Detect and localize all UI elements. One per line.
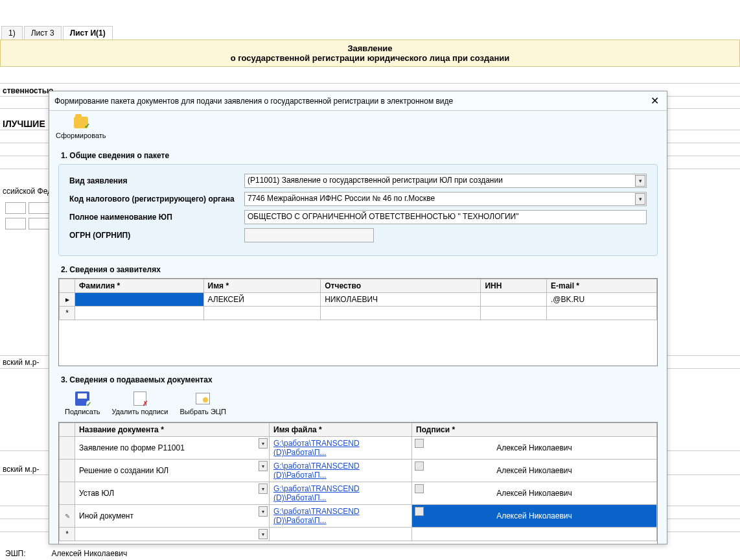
tab-list-i1[interactable]: Лист И(1) xyxy=(63,26,113,40)
row-indicator xyxy=(60,482,75,505)
filename-cell[interactable]: G:\работа\TRANSCEND (D)\Работа\П... xyxy=(270,437,412,460)
sign-indicator-icon xyxy=(415,507,424,516)
kod-select[interactable]: 7746 Межрайонная ИФНС России № 46 по г.М… xyxy=(244,192,647,206)
docname-cell[interactable]: Решение о создании ЮЛ▾ xyxy=(75,460,270,482)
section1-box: Вид заявления (Р11001) Заявление о госуд… xyxy=(58,164,658,256)
col-fam: Фамилия * xyxy=(75,279,204,293)
footer-label: ЭШП: xyxy=(5,549,26,558)
document-row[interactable]: Устав ЮЛ▾G:\работа\TRANSCEND (D)\Работа\… xyxy=(60,482,657,505)
row-indicator xyxy=(60,460,75,482)
chevron-down-icon[interactable]: ▾ xyxy=(635,175,645,187)
sign-indicator-icon xyxy=(415,439,424,448)
kod-label: Код налогового (регистрирующего) органа xyxy=(69,194,244,204)
bg-text-fragment-1: ственностью xyxy=(0,85,56,97)
footer-value: Алексей Николаевич xyxy=(52,549,128,558)
filename-cell[interactable]: G:\работа\TRANSCEND (D)\Работа\П... xyxy=(270,505,412,528)
col-inn: ИНН xyxy=(481,279,547,293)
section3-toolbar: Подписать Удалить подписи Выбрать ЭЦП xyxy=(58,388,658,419)
ogrn-label: ОГРН (ОГРНИП) xyxy=(69,231,244,240)
signature-cell[interactable]: Алексей Николаевич xyxy=(412,460,657,482)
filename-cell[interactable]: G:\работа\TRANSCEND (D)\Работа\П... xyxy=(270,460,412,482)
chevron-down-icon[interactable]: ▾ xyxy=(635,193,645,205)
docname-cell[interactable]: Заявление по форме Р11001▾ xyxy=(75,437,270,460)
col-docname: Название документа * xyxy=(75,423,270,437)
form-button-label: Сформировать xyxy=(56,132,106,139)
row-indicator: ✎ xyxy=(60,505,75,528)
row-indicator: ▸ xyxy=(60,293,75,307)
sign-label: Подписать xyxy=(65,408,100,415)
choose-cert-button[interactable]: Выбрать ЭЦП xyxy=(180,391,226,415)
file-link: G:\работа\TRANSCEND (D)\Работа\П... xyxy=(273,439,360,457)
document-row[interactable]: Решение о создании ЮЛ▾G:\работа\TRANSCEN… xyxy=(60,460,657,482)
section3-title: 3. Сведения о подаваемых документах xyxy=(61,375,658,384)
applicants-table[interactable]: Фамилия * Имя * Отчество ИНН E-mail * ▸ … xyxy=(59,279,657,320)
docname-cell[interactable]: Устав ЮЛ▾ xyxy=(75,482,270,505)
sign-indicator-icon xyxy=(415,461,424,471)
row-selector-header xyxy=(60,279,75,293)
certificate-icon xyxy=(196,393,210,404)
signature-cell[interactable]: Алексей Николаевич xyxy=(412,482,657,505)
row-indicator xyxy=(60,437,75,460)
chevron-down-icon[interactable]: ▾ xyxy=(259,461,268,471)
otch-cell[interactable]: НИКОЛАЕВИЧ xyxy=(321,293,481,307)
inn-cell[interactable] xyxy=(481,293,547,307)
chevron-down-icon[interactable]: ▾ xyxy=(259,438,268,449)
close-icon[interactable]: ✕ xyxy=(648,95,662,107)
signature-cell[interactable]: Алексей Николаевич xyxy=(412,505,657,528)
bg-cell-2[interactable] xyxy=(29,202,49,214)
bg-text-fragment-5: вский м.р- xyxy=(0,463,41,475)
header-line1: Заявление xyxy=(1,43,739,53)
bg-cell-1[interactable] xyxy=(5,202,26,214)
file-link: G:\работа\TRANSCEND (D)\Работа\П... xyxy=(273,461,360,480)
page-delete-icon xyxy=(133,391,146,406)
email-cell[interactable]: .@BK.RU xyxy=(547,293,657,307)
file-link: G:\работа\TRANSCEND (D)\Работа\П... xyxy=(273,507,360,525)
col-otch: Отчество xyxy=(321,279,481,293)
chevron-down-icon[interactable]: ▾ xyxy=(259,529,268,539)
signature-cell[interactable]: Алексей Николаевич xyxy=(412,437,657,460)
section2-title: 2. Сведения о заявителях xyxy=(61,265,658,274)
document-row[interactable]: ✎Иной документ▾G:\работа\TRANSCEND (D)\Р… xyxy=(60,505,657,528)
section1-title: 1. Общие сведения о пакете xyxy=(61,151,658,160)
delete-label: Удалить подписи xyxy=(111,408,168,415)
imya-cell[interactable]: АЛЕКСЕЙ xyxy=(203,293,321,307)
filename-cell[interactable]: G:\работа\TRANSCEND (D)\Работа\П... xyxy=(270,482,412,505)
sign-button[interactable]: Подписать xyxy=(65,391,100,415)
dialog-toolbar: Сформировать xyxy=(49,111,667,143)
col-email: E-mail * xyxy=(547,279,657,293)
documents-table[interactable]: Название документа * Имя файла * Подписи… xyxy=(59,423,657,541)
applicants-table-wrap: Фамилия * Имя * Отчество ИНН E-mail * ▸ … xyxy=(58,278,658,366)
applicant-row[interactable]: ▸ АЛЕКСЕЙ НИКОЛАЕВИЧ .@BK.RU xyxy=(60,293,657,307)
chevron-down-icon[interactable]: ▾ xyxy=(259,484,268,494)
bg-text-fragment-4: вский м.р- xyxy=(0,356,41,368)
vid-label: Вид заявления xyxy=(69,176,244,185)
chevron-down-icon[interactable]: ▾ xyxy=(259,506,268,517)
tab-1[interactable]: 1) xyxy=(1,26,23,40)
col-filename: Имя файла * xyxy=(270,423,412,437)
sign-indicator-icon xyxy=(415,484,424,493)
tab-list3[interactable]: Лист 3 xyxy=(24,26,62,40)
header-line2: о государственной регистрации юридическо… xyxy=(1,53,739,63)
vid-select[interactable]: (Р11001) Заявление о государственной рег… xyxy=(244,174,647,188)
fam-cell[interactable] xyxy=(75,293,204,307)
col-signatures: Подписи * xyxy=(412,423,657,437)
delete-sign-button[interactable]: Удалить подписи xyxy=(111,391,168,415)
bg-cell-3[interactable] xyxy=(5,218,26,229)
bg-cell-4[interactable] xyxy=(29,218,49,229)
bg-text-fragment-2: ІЛУЧШИЕ xyxy=(0,117,48,130)
documents-table-wrap: Название документа * Имя файла * Подписи… xyxy=(58,422,658,544)
dialog-title: Формирование пакета документов для подач… xyxy=(54,97,453,106)
bg-input-cells xyxy=(5,202,49,214)
col-imya: Имя * xyxy=(203,279,321,293)
name-input[interactable]: ОБЩЕСТВО С ОГРАНИЧЕННОЙ ОТВЕТСТВЕННОСТЬЮ… xyxy=(244,210,647,224)
applicant-new-row[interactable]: * xyxy=(60,307,657,320)
document-row[interactable]: Заявление по форме Р11001▾G:\работа\TRAN… xyxy=(60,437,657,460)
choose-label: Выбрать ЭЦП xyxy=(180,408,226,415)
document-new-row[interactable]: *▾ xyxy=(60,528,657,541)
ogrn-input xyxy=(244,228,374,242)
dialog-titlebar: Формирование пакета документов для подач… xyxy=(49,91,667,111)
form-package-button[interactable]: Сформировать xyxy=(56,115,106,139)
bg-text-fragment-3: ссийской Фед xyxy=(0,185,54,197)
bg-tabs: 1) Лист 3 Лист И(1) xyxy=(0,26,113,40)
docname-cell[interactable]: Иной документ▾ xyxy=(75,505,270,528)
